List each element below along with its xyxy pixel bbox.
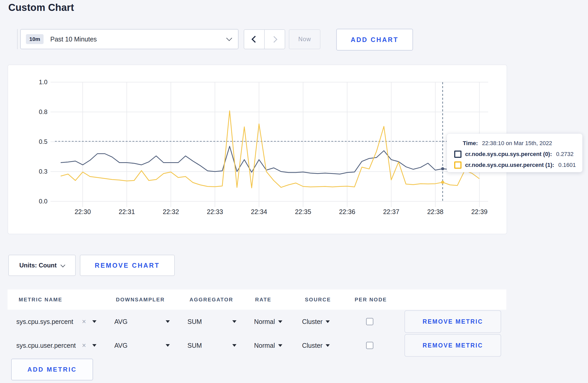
aggregator-dropdown-icon[interactable] [232,320,236,323]
svg-text:22:39: 22:39 [471,208,488,215]
svg-text:22:35: 22:35 [295,208,311,215]
metric-dropdown-icon[interactable] [92,320,96,323]
metric-name-select[interactable]: sys.cpu.sys.percent [16,318,73,325]
chevron-left-icon [251,36,258,43]
aggregator-select[interactable]: SUM [187,342,202,349]
svg-text:22:30: 22:30 [75,208,91,215]
tooltip-time-label: Time: [463,140,478,147]
svg-text:22:31: 22:31 [119,208,135,215]
now-button[interactable]: Now [289,29,320,49]
svg-text:22:32: 22:32 [163,208,179,215]
tooltip-user-name: cr.node.sys.cpu.user.percent (1): [465,162,554,168]
source-select[interactable]: Cluster [302,342,330,349]
time-prev-button[interactable] [244,30,265,49]
metric-name-select[interactable]: sys.cpu.user.percent [16,342,76,349]
per-node-checkbox[interactable] [366,318,373,325]
metric-row: sys.cpu.user.percent × AVG SUM Normal Cl… [8,334,506,357]
remove-chart-button[interactable]: REMOVE CHART [80,255,175,276]
time-next-button[interactable] [265,30,285,49]
clear-metric-icon[interactable]: × [82,318,86,326]
add-chart-button[interactable]: ADD CHART [336,29,413,51]
tooltip-series-row: cr.node.sys.cpu.user.percent (1): 0.1601 [454,160,582,171]
svg-text:22:37: 22:37 [383,208,400,215]
time-range-badge: 10m [26,34,44,44]
aggregator-select[interactable]: SUM [187,318,202,325]
svg-text:0.8: 0.8 [39,108,47,115]
svg-text:22:38: 22:38 [427,208,444,215]
col-header-rate: RATE [255,297,271,303]
page-title: Custom Chart [8,2,74,13]
user-series-swatch-icon [454,161,461,169]
chevron-down-icon [226,35,232,41]
svg-text:22:34: 22:34 [251,208,267,215]
custom-chart-page: Custom Chart 10m Past 10 Minutes Now ADD… [0,0,588,383]
clear-metric-icon[interactable]: × [82,342,86,350]
rate-select[interactable]: Normal [254,342,282,349]
svg-text:0.5: 0.5 [39,138,47,145]
chart-card: 0.00.30.50.81.022:3022:3122:3222:3322:34… [8,65,507,234]
svg-text:1.0: 1.0 [39,79,47,86]
aggregator-dropdown-icon[interactable] [232,344,236,347]
toolbar-left-divider [17,29,18,49]
col-header-source: SOURCE [305,297,331,303]
col-header-aggregator: AGGREGATOR [190,297,233,303]
tooltip-time-row: Time: 22:38:10 on Mar 15th, 2022 [463,138,582,149]
col-header-downsampler: DOWNSAMPLER [116,297,165,303]
time-range-select[interactable]: 10m Past 10 Minutes [20,29,239,49]
metric-row: sys.cpu.sys.percent × AVG SUM Normal Clu… [8,310,506,334]
remove-metric-button[interactable]: REMOVE METRIC [404,310,501,333]
tooltip-time-value: 22:38:10 on Mar 15th, 2022 [482,140,552,147]
tooltip-sys-name: cr.node.sys.cpu.sys.percent (0): [465,151,552,158]
per-node-checkbox[interactable] [366,342,373,349]
downsampler-select[interactable]: AVG [114,342,128,349]
svg-text:22:33: 22:33 [207,208,223,215]
chart-tooltip: Time: 22:38:10 on Mar 15th, 2022 cr.node… [447,133,583,172]
tooltip-series-row: cr.node.sys.cpu.sys.percent (0): 0.2732 [454,149,582,160]
svg-text:22:36: 22:36 [339,208,355,215]
time-nav-group [244,29,285,49]
add-metric-button[interactable]: ADD METRIC [11,359,93,380]
col-header-metric-name: METRIC NAME [19,297,62,303]
chevron-down-icon [61,263,65,267]
sys-series-swatch-icon [454,151,461,158]
rate-select[interactable]: Normal [254,318,282,325]
chart-plot[interactable]: 0.00.30.50.81.022:3022:3122:3222:3322:34… [8,65,508,235]
time-range-label: Past 10 Minutes [50,36,227,43]
svg-text:0.0: 0.0 [39,198,47,205]
downsampler-dropdown-icon[interactable] [166,344,170,347]
chevron-right-icon [271,36,277,42]
downsampler-dropdown-icon[interactable] [166,320,170,323]
source-select[interactable]: Cluster [302,318,330,325]
metrics-table-header: METRIC NAME DOWNSAMPLER AGGREGATOR RATE … [8,289,506,310]
units-label: Units: Count [19,262,57,269]
remove-metric-button[interactable]: REMOVE METRIC [404,334,501,357]
units-select[interactable]: Units: Count [8,255,76,276]
downsampler-select[interactable]: AVG [114,318,128,325]
tooltip-user-value: 0.1601 [558,162,576,168]
svg-text:0.3: 0.3 [39,168,47,175]
metric-dropdown-icon[interactable] [92,344,96,347]
col-header-per-node: PER NODE [355,297,387,303]
tooltip-sys-value: 0.2732 [556,151,573,158]
